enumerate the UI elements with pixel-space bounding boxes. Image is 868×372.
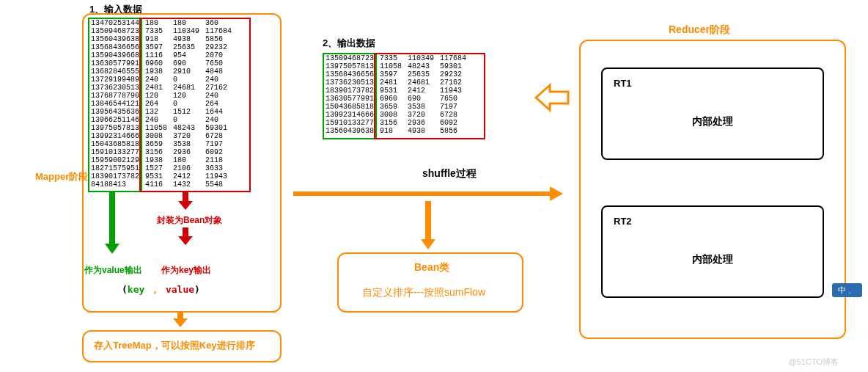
rt2-body: 内部处理 [603,253,823,266]
table-cell: 240 [144,76,172,84]
table-cell: 29232 [438,70,471,79]
table-cell: 13682846555 [89,68,144,76]
table-row: 183901737829531241211943 [324,87,471,95]
table-cell: 13966251146 [89,116,144,124]
table-cell: 120 [144,92,172,100]
table-cell: 13630577991 [324,95,378,103]
table-cell: 918 [144,35,172,43]
table-row: 13992314666300837206728 [89,132,236,140]
table-cell: 3597 [144,43,172,51]
table-cell: 240 [204,116,236,124]
table-cell: 15043685818 [89,140,144,148]
rt1-body: 内部处理 [603,115,823,128]
shuffle-label: shuffle过程 [422,167,477,180]
table-cell: 13846544121 [89,100,144,108]
table-row: 13975057813110584824359301 [89,124,236,132]
hollow-arrow-left [534,79,570,116]
table-cell: 13568436656 [89,43,144,51]
table-cell: 1432 [172,180,204,189]
table-cell: 2910 [172,68,204,76]
table-cell: 13509468723 [89,27,144,35]
table-cell: 13560439638 [89,35,144,43]
table-row: 13682846555193829104848 [89,68,236,76]
table-cell: 2118 [204,156,236,164]
table-cell: 2936 [406,119,438,127]
table-cell: 15910133277 [89,148,144,156]
table-cell: 120 [172,92,204,100]
table-cell: 13975057813 [89,124,144,132]
table-cell: 0 [172,100,204,108]
table-cell: 11058 [378,62,406,70]
table-cell: 360 [204,19,236,27]
table-cell: 9531 [378,87,406,95]
table-cell: 13992314666 [89,132,144,140]
table-cell: 27162 [438,79,471,87]
table-row: 137291994892400240 [89,76,236,84]
green-arrow-down [105,192,119,254]
table-cell: 1938 [144,68,172,76]
table-cell: 13992314666 [324,111,378,119]
table-cell: 2412 [172,172,204,180]
input-table: 1347025314418018036013509468723733511034… [89,19,236,189]
table-cell: 3008 [378,111,406,119]
table-row: 1363057799169606907650 [324,95,471,103]
as-key-label: 作为key输出 [161,264,211,277]
rt2-box: RT2 内部处理 [601,205,824,298]
output-table: 1350946872373351103491176841397505781311… [324,54,471,135]
table-cell: 117684 [438,54,471,62]
bean-sort-label: 自定义排序---按照sumFlow [362,286,485,299]
table-cell: 2412 [406,87,438,95]
table-row: 1373623051324812468127162 [324,79,471,87]
table-cell: 5548 [204,180,236,189]
reducer-label: Reducer阶段 [669,23,730,37]
table-cell: 59301 [438,62,471,70]
table-cell: 13560439638 [324,127,378,135]
table-cell: 1116 [144,51,172,59]
table-cell: 6092 [204,148,236,156]
red-arrow-down-1 [178,192,193,210]
table-cell: 240 [144,116,172,124]
mapper-label: Mapper阶段 [35,170,88,183]
rt1-title: RT1 [614,78,632,89]
table-row: 1373623051324812468127162 [89,84,236,92]
table-cell: 13590439668 [89,51,144,59]
table-cell: 6092 [438,119,471,127]
rt1-box: RT1 内部处理 [601,68,824,160]
table-cell: 15043685818 [324,103,378,111]
table-cell: 18390173782 [324,87,378,95]
table-cell: 48243 [406,62,438,70]
table-cell: 180 [172,156,204,164]
table-cell: 25635 [406,70,438,79]
output-title: 2、输出数据 [323,37,375,50]
table-cell: 84188413 [89,180,144,189]
table-row: 139662511462400240 [89,116,236,124]
table-cell: 7197 [438,103,471,111]
table-cell: 3008 [144,132,172,140]
table-cell: 11943 [204,172,236,180]
table-cell: 48243 [172,124,204,132]
table-cell: 13470253144 [89,19,144,27]
table-cell: 1527 [144,164,172,172]
table-cell: 7335 [144,27,172,35]
table-cell: 240 [204,76,236,84]
table-cell: 3659 [378,103,406,111]
table-cell: 59301 [204,124,236,132]
table-cell: 9531 [144,172,172,180]
table-row: 138465441212640264 [89,100,236,108]
treemap-label: 存入TreeMap，可以按照Key进行排序 [94,339,255,352]
rt2-title: RT2 [614,216,632,227]
table-cell: 3720 [406,111,438,119]
table-cell: 18390173782 [89,172,144,180]
table-cell: 3156 [144,148,172,156]
bean-class-label: Bean类 [414,261,449,274]
table-cell: 7335 [378,54,406,62]
table-cell: 24681 [172,84,204,92]
table-cell: 15959002129 [89,156,144,164]
orange-arrow-mapper-to-treemap [173,311,188,327]
table-cell: 18271575951 [89,164,144,172]
table-cell: 6728 [438,111,471,119]
table-cell: 5856 [204,35,236,43]
table-cell: 25635 [172,43,204,51]
table-row: 1395643563613215121644 [89,108,236,116]
table-cell: 15910133277 [324,119,378,127]
